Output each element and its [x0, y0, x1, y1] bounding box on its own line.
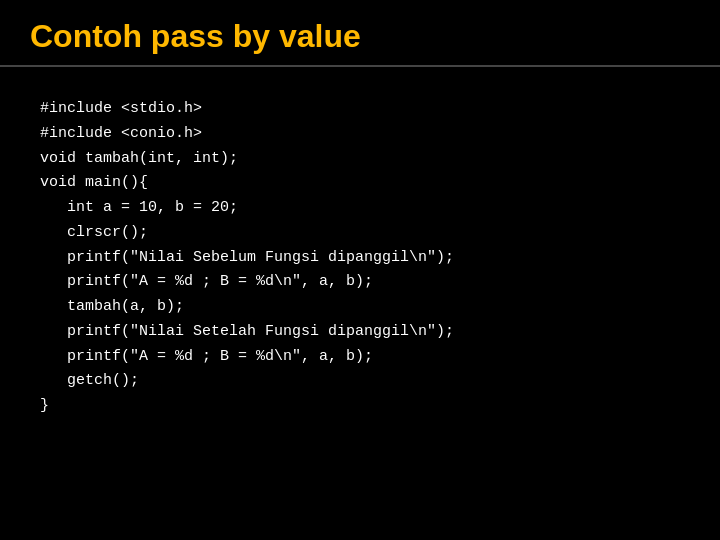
- title-bar: Contoh pass by value: [0, 0, 720, 65]
- code-area: #include <stdio.h> #include <conio.h> vo…: [0, 67, 720, 449]
- page-title: Contoh pass by value: [30, 18, 361, 54]
